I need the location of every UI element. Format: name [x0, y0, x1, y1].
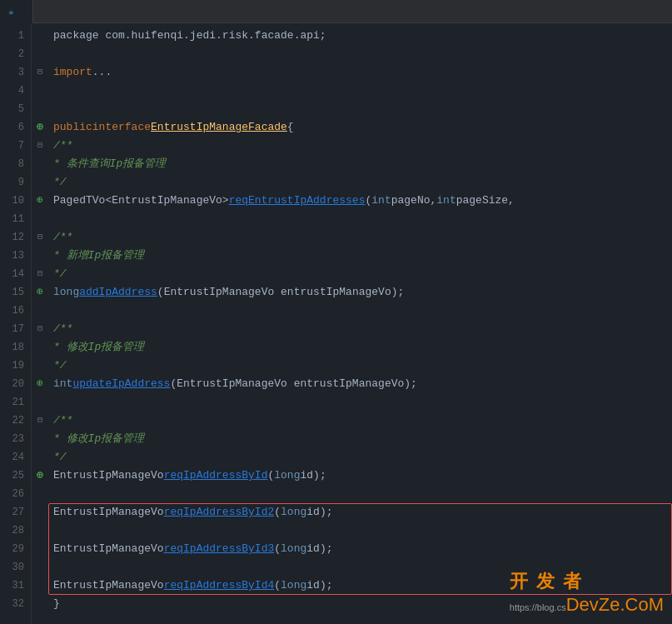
code-line: import ...: [53, 63, 672, 82]
gutter-marker: [32, 173, 48, 192]
code-line: /**: [53, 137, 672, 155]
code-line: EntrustIpManageVo reqIpAddressById3(long…: [53, 540, 672, 558]
gutter-marker: [32, 45, 48, 63]
line-number: 15: [0, 283, 24, 302]
gutter-marker: ⊟: [32, 137, 48, 155]
code-line: PagedTVo<EntrustIpManageVo> reqEntrustIp…: [53, 192, 672, 210]
code-line: long addIpAddress(EntrustIpManageVo entr…: [53, 283, 672, 302]
line-number: 18: [0, 338, 24, 357]
line-number: 7: [0, 137, 24, 155]
code-line: */: [53, 265, 672, 283]
gutter-marker: [32, 540, 48, 558]
gutter-marker: ⊕: [32, 283, 48, 302]
line-number: 3: [0, 63, 24, 82]
gutter-marker: ⊕: [32, 375, 48, 393]
code-content[interactable]: package com.huifenqi.jedi.risk.facade.ap…: [48, 23, 672, 624]
gutter-marker: ⊟: [32, 320, 48, 338]
code-line: [53, 302, 672, 320]
line-number: 24: [0, 448, 24, 467]
tab-item[interactable]: ☕: [0, 0, 33, 23]
gutter-marker: [32, 595, 48, 613]
code-line: int updateIpAddress(EntrustIpManageVo en…: [53, 375, 672, 393]
line-numbers: 1234567891011121314151617181920212223242…: [0, 23, 32, 624]
tab-bar: ☕: [0, 0, 672, 23]
line-number: 9: [0, 173, 24, 192]
line-number: 1: [0, 27, 24, 45]
gutter: ⊟⊕⊟⊕⊟⊟⊕⊟⊕⊟⊕: [32, 23, 48, 624]
line-number: 27: [0, 503, 24, 522]
line-number: 26: [0, 485, 24, 503]
line-number: 8: [0, 155, 24, 173]
code-line: * 修改Ip报备管理: [53, 430, 672, 448]
gutter-marker: [32, 155, 48, 173]
line-number: 4: [0, 82, 24, 100]
java-file-icon: ☕: [8, 6, 14, 17]
watermark: 开 发 者 https://blog.csDevZe.CoM: [510, 569, 664, 616]
gutter-marker: [32, 430, 48, 448]
line-number: 14: [0, 265, 24, 283]
gutter-marker: [32, 210, 48, 228]
line-number: 6: [0, 118, 24, 137]
line-number: 5: [0, 100, 24, 118]
gutter-marker: [32, 485, 48, 503]
gutter-marker: [32, 338, 48, 357]
line-number: 13: [0, 247, 24, 265]
code-line: */: [53, 173, 672, 192]
gutter-marker: [32, 27, 48, 45]
line-number: 23: [0, 430, 24, 448]
gutter-marker: [32, 522, 48, 540]
code-line: */: [53, 357, 672, 375]
code-line: [53, 210, 672, 228]
line-number: 28: [0, 522, 24, 540]
code-line: [53, 393, 672, 412]
line-number: 31: [0, 577, 24, 595]
line-number: 12: [0, 228, 24, 247]
code-line: * 修改Ip报备管理: [53, 338, 672, 357]
code-line: * 条件查询Ip报备管理: [53, 155, 672, 173]
gutter-marker: [32, 558, 48, 577]
gutter-marker: ⊟: [32, 63, 48, 82]
gutter-marker: [32, 357, 48, 375]
gutter-marker: ⊕: [32, 192, 48, 210]
line-number: 20: [0, 375, 24, 393]
gutter-marker: [32, 577, 48, 595]
line-number: 19: [0, 357, 24, 375]
line-number: 22: [0, 412, 24, 430]
code-line: [53, 522, 672, 540]
gutter-marker: [32, 503, 48, 522]
gutter-marker: ⊟: [32, 412, 48, 430]
gutter-marker: ⊟: [32, 265, 48, 283]
code-line: /**: [53, 320, 672, 338]
code-line: /**: [53, 412, 672, 430]
gutter-marker: [32, 82, 48, 100]
gutter-marker: [32, 100, 48, 118]
gutter-marker: ⊕: [32, 467, 48, 485]
gutter-marker: [32, 448, 48, 467]
line-number: 17: [0, 320, 24, 338]
line-number: 16: [0, 302, 24, 320]
watermark-text: 开 发 者: [510, 571, 583, 592]
code-area: 1234567891011121314151617181920212223242…: [0, 23, 672, 624]
code-line: [53, 45, 672, 63]
gutter-marker: ⊕: [32, 118, 48, 137]
line-number: 11: [0, 210, 24, 228]
line-number: 2: [0, 45, 24, 63]
code-line: * 新增Ip报备管理: [53, 247, 672, 265]
line-number: 30: [0, 558, 24, 577]
code-line: /**: [53, 228, 672, 247]
gutter-marker: [32, 302, 48, 320]
code-line: */: [53, 448, 672, 467]
line-number: 32: [0, 595, 24, 613]
line-number: 25: [0, 467, 24, 485]
line-number: 10: [0, 192, 24, 210]
code-line: [53, 485, 672, 503]
code-line: package com.huifenqi.jedi.risk.facade.ap…: [53, 27, 672, 45]
code-line: EntrustIpManageVo reqIpAddressById2(long…: [53, 503, 672, 522]
gutter-marker: ⊟: [32, 228, 48, 247]
gutter-marker: [32, 247, 48, 265]
gutter-marker: [32, 393, 48, 412]
line-number: 29: [0, 540, 24, 558]
code-line: [53, 82, 672, 100]
code-line: public interface EntrustIpManageFacade {: [53, 118, 672, 137]
code-line: EntrustIpManageVo reqIpAddressById(long …: [53, 467, 672, 485]
